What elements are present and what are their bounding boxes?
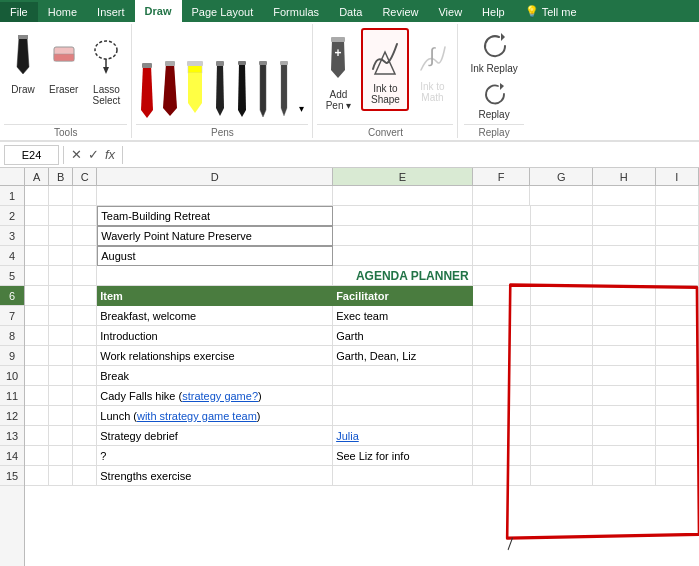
cell-e15[interactable] (333, 466, 473, 486)
tab-page-layout[interactable]: Page Layout (182, 2, 264, 22)
cell-f11[interactable] (473, 386, 531, 406)
cell-i12[interactable] (656, 406, 699, 426)
cell-g12[interactable] (531, 406, 594, 426)
cell-d6[interactable]: Item (97, 286, 333, 306)
cell-b14[interactable] (49, 446, 73, 466)
black-pen-1[interactable] (209, 56, 231, 122)
ink-to-shape-button[interactable]: Ink toShape (361, 28, 409, 111)
row-header-11[interactable]: 11 (0, 386, 24, 406)
cell-a3[interactable] (25, 226, 49, 246)
tab-home[interactable]: Home (38, 2, 87, 22)
tab-data[interactable]: Data (329, 2, 372, 22)
cell-g14[interactable] (531, 446, 594, 466)
cell-h13[interactable] (593, 426, 656, 446)
cell-f3[interactable] (473, 226, 531, 246)
cell-f2[interactable] (473, 206, 531, 226)
cell-b12[interactable] (49, 406, 73, 426)
cell-d5[interactable] (97, 266, 333, 286)
cell-b5[interactable] (49, 266, 73, 286)
cell-i1[interactable] (656, 186, 699, 206)
cell-a8[interactable] (25, 326, 49, 346)
cell-d10[interactable]: Break (97, 366, 333, 386)
cell-g11[interactable] (531, 386, 594, 406)
cell-g1[interactable] (530, 186, 593, 206)
cell-g13[interactable] (531, 426, 594, 446)
row-header-12[interactable]: 12 (0, 406, 24, 426)
cell-b13[interactable] (49, 426, 73, 446)
cell-f4[interactable] (473, 246, 531, 266)
cell-c12[interactable] (73, 406, 97, 426)
cell-i11[interactable] (656, 386, 699, 406)
cell-c8[interactable] (73, 326, 97, 346)
cell-d2[interactable]: Team-Building Retreat (97, 206, 333, 226)
row-header-8[interactable]: 8 (0, 326, 24, 346)
cell-b15[interactable] (49, 466, 73, 486)
cell-ref-input[interactable]: E24 (4, 145, 59, 165)
row-header-7[interactable]: 7 (0, 306, 24, 326)
cell-a11[interactable] (25, 386, 49, 406)
cell-i10[interactable] (656, 366, 699, 386)
cell-a2[interactable] (25, 206, 49, 226)
cell-b7[interactable] (49, 306, 73, 326)
cell-d12-link[interactable]: with strategy game team (137, 410, 257, 422)
cell-c2[interactable] (73, 206, 97, 226)
cell-b3[interactable] (49, 226, 73, 246)
cell-a14[interactable] (25, 446, 49, 466)
cell-g9[interactable] (531, 346, 594, 366)
cell-e4[interactable] (333, 246, 473, 266)
tab-insert[interactable]: Insert (87, 2, 135, 22)
cell-f5[interactable] (473, 266, 531, 286)
cell-h9[interactable] (593, 346, 656, 366)
cell-e7[interactable]: Exec team (333, 306, 473, 326)
col-header-h[interactable]: H (593, 168, 656, 185)
cell-g2[interactable] (531, 206, 594, 226)
cell-a10[interactable] (25, 366, 49, 386)
cell-c5[interactable] (73, 266, 97, 286)
cell-i9[interactable] (656, 346, 699, 366)
cell-b2[interactable] (49, 206, 73, 226)
cell-g7[interactable] (531, 306, 594, 326)
pen-dropdown-button[interactable]: ▾ (295, 101, 308, 122)
row-header-2[interactable]: 2 (0, 206, 24, 226)
replay-button[interactable]: Replay (473, 80, 516, 122)
cell-g6[interactable] (531, 286, 594, 306)
tab-view[interactable]: View (428, 2, 472, 22)
cell-e11[interactable] (333, 386, 473, 406)
tab-draw[interactable]: Draw (135, 0, 182, 22)
row-header-4[interactable]: 4 (0, 246, 24, 266)
cell-b8[interactable] (49, 326, 73, 346)
cell-h1[interactable] (593, 186, 656, 206)
cell-f14[interactable] (473, 446, 531, 466)
cell-g8[interactable] (531, 326, 594, 346)
cell-d7[interactable]: Breakfast, welcome (97, 306, 333, 326)
row-header-1[interactable]: 1 (0, 186, 24, 206)
cell-b1[interactable] (49, 186, 73, 206)
cell-b11[interactable] (49, 386, 73, 406)
formula-input[interactable] (127, 145, 695, 165)
row-header-9[interactable]: 9 (0, 346, 24, 366)
row-header-13[interactable]: 13 (0, 426, 24, 446)
cell-b10[interactable] (49, 366, 73, 386)
cell-b4[interactable] (49, 246, 73, 266)
cell-e2[interactable] (333, 206, 473, 226)
cell-h12[interactable] (593, 406, 656, 426)
cell-c15[interactable] (73, 466, 97, 486)
cell-a7[interactable] (25, 306, 49, 326)
cell-b9[interactable] (49, 346, 73, 366)
cell-g5[interactable] (531, 266, 594, 286)
cell-d8[interactable]: Introduction (97, 326, 333, 346)
cell-d4[interactable]: August (97, 246, 333, 266)
col-header-g[interactable]: G (530, 168, 593, 185)
tab-help[interactable]: Help (472, 2, 515, 22)
cell-f1[interactable] (473, 186, 531, 206)
cell-a1[interactable] (25, 186, 49, 206)
cell-d12[interactable]: Lunch (with strategy game team) (97, 406, 333, 426)
cell-c9[interactable] (73, 346, 97, 366)
cell-f10[interactable] (473, 366, 531, 386)
cell-i8[interactable] (656, 326, 699, 346)
cell-e12[interactable] (333, 406, 473, 426)
cell-f8[interactable] (473, 326, 531, 346)
tab-review[interactable]: Review (372, 2, 428, 22)
cell-h15[interactable] (593, 466, 656, 486)
cell-i2[interactable] (656, 206, 699, 226)
